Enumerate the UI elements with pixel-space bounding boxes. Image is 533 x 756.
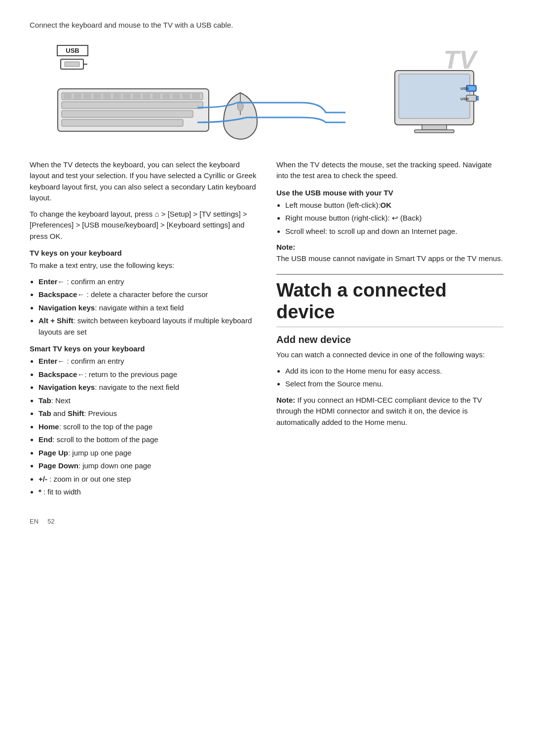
usb-plug-svg [57,57,87,75]
list-item: Alt + Shift: switch between keyboard lay… [38,315,257,338]
svg-rect-8 [64,94,72,99]
left-para2: To change the keyboard layout, press ⌂ >… [30,209,257,242]
svg-rect-1 [65,62,79,67]
svg-rect-17 [152,94,160,99]
key-tab2: Tab [38,409,51,417]
keyboard-diagram [57,88,210,134]
list-item: Scroll wheel: to scroll up and down an I… [285,226,503,237]
list-item: Home: scroll to the top of the page [38,421,257,433]
svg-text:USB: USB [460,97,469,101]
svg-rect-28 [415,130,454,133]
svg-rect-11 [93,94,101,99]
svg-rect-4 [62,93,203,100]
list-item: Right mouse button (right-click): ↩ (Bac… [285,213,503,224]
list-item: End: scroll to the bottom of the page [38,434,257,446]
key-plusminus: +/- [38,475,47,483]
svg-rect-18 [162,94,170,99]
tv-diagram: USB USB [380,68,479,144]
main-columns: When the TV detects the keyboard, you ca… [30,159,503,503]
key-home: Home [38,422,59,431]
intro-text: Connect the keyboard and mouse to the TV… [30,20,503,31]
list-item: Tab and Shift: Previous [38,408,257,419]
key-backspace2: Backspace← [38,370,84,378]
svg-rect-35 [476,96,479,100]
note2: Note: If you connect an HDMI-CEC complia… [276,395,503,428]
list-item: Backspace← : delete a character before t… [38,289,257,301]
watch-connected-heading: Watch a connected device [276,280,503,323]
list-item: Add its icon to the Home menu for easy a… [285,366,503,377]
svg-rect-20 [182,94,190,99]
smart-tv-keys-list: Enter← : confirm an entry Backspace←: re… [38,356,257,498]
divider1 [276,274,503,275]
svg-rect-14 [123,94,131,99]
add-new-list: Add its icon to the Home menu for easy a… [285,366,503,390]
tv-keys-heading: TV keys on your keyboard [30,249,257,257]
left-column: When the TV detects the keyboard, you ca… [30,159,257,503]
key-enter2: Enter← [38,357,65,365]
list-item: Tab: Next [38,395,257,407]
key-enter: Enter← [38,277,65,286]
footer: EN 52 [30,518,503,525]
keyboard-svg [57,88,210,132]
list-item: Page Up: jump up one page [38,448,257,459]
list-item: Backspace←: return to the previous page [38,369,257,380]
tv-keys-intro: To make a text entry, use the following … [30,260,257,271]
note1-text: The USB mouse cannot navigate in Smart T… [276,254,503,263]
svg-rect-12 [103,94,111,99]
left-para1: When the TV detects the keyboard, you ca… [30,159,257,204]
add-new-device-heading: Add new device [276,334,503,345]
svg-rect-27 [422,125,447,130]
footer-lang: EN [30,518,38,525]
tv-svg: USB USB [380,68,479,142]
key-nav2: Navigation keys [38,383,95,391]
svg-rect-9 [74,94,81,99]
usb-mouse-heading: Use the USB mouse with your TV [276,189,503,197]
left-para2-prefix: To change the keyboard layout, press [30,210,155,218]
svg-rect-26 [399,74,470,118]
footer-page: 52 [47,518,54,525]
ok-label: OK [381,201,392,209]
svg-rect-16 [143,94,151,99]
usb-mouse-list: Left mouse button (left-click):OK Right … [285,200,503,237]
divider2 [276,327,503,327]
note1: Note: The USB mouse cannot navigate in S… [276,242,503,264]
add-new-para: You can watch a connected device in one … [276,349,503,361]
list-item: Navigation keys: navigate within a text … [38,302,257,314]
key-end: End [38,435,52,444]
diagram-area: USB [30,41,503,145]
list-item: +/- : zoom in or out one step [38,474,257,485]
right-column: When the TV detects the mouse, set the t… [276,159,503,503]
svg-rect-10 [83,94,91,99]
home-icon: ⌂ [155,210,159,218]
note2-heading: Note: [276,396,295,404]
key-alt-shift: Alt + Shift [38,316,73,325]
list-item: Enter← : confirm an entry [38,356,257,367]
note2-text-content: If you connect an HDMI-CEC compliant dev… [276,396,482,426]
key-nav: Navigation keys [38,303,95,312]
key-backspace: Backspace← [38,290,84,299]
list-item: Select from the Source menu. [285,378,503,390]
key-tab: Tab [38,396,51,405]
usb-label: USB [57,45,88,56]
list-item: Page Down: jump down one page [38,460,257,472]
usb-label-box: USB [57,45,88,75]
svg-rect-7 [62,119,183,126]
right-para1: When the TV detects the mouse, set the t… [276,159,503,182]
svg-rect-6 [62,111,193,117]
key-pageup: Page Up [38,449,68,457]
tv-keys-list: Enter← : confirm an entry Backspace← : d… [38,276,257,338]
list-item: Navigation keys: navigate to the next fi… [38,382,257,393]
svg-rect-5 [62,102,203,109]
list-item: Left mouse button (left-click):OK [285,200,503,211]
smart-tv-keys-heading: Smart TV keys on your keyboard [30,344,257,353]
note1-heading: Note: [276,243,295,251]
key-shift: Shift [68,409,84,417]
key-pagedown: Page Down [38,461,78,470]
svg-rect-13 [113,94,121,99]
list-item: * : fit to width [38,487,257,498]
svg-rect-15 [133,94,141,99]
cable-svg [197,98,350,137]
svg-rect-19 [172,94,180,99]
svg-text:USB: USB [460,86,469,91]
list-item: Enter← : confirm an entry [38,276,257,288]
